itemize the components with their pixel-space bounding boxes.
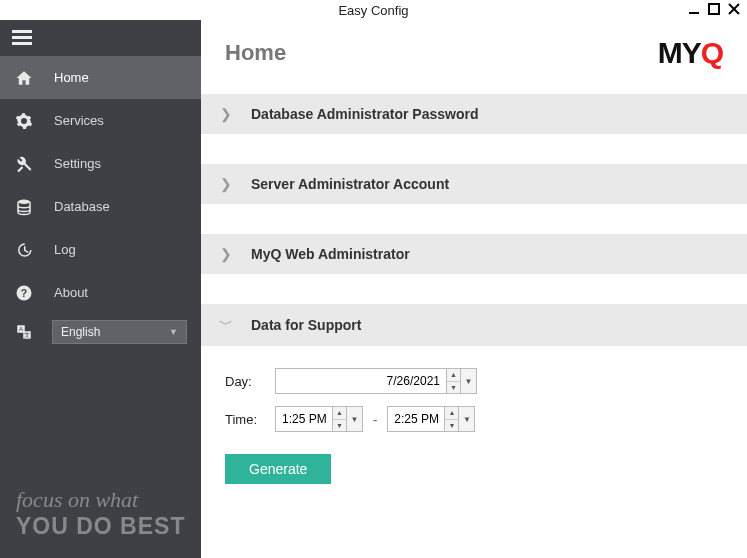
slogan-line1: focus on what bbox=[16, 489, 191, 511]
logo-q: Q bbox=[701, 36, 723, 70]
chevron-right-icon: ❯ bbox=[219, 176, 233, 192]
sidebar-item-home[interactable]: Home bbox=[0, 56, 201, 99]
chevron-down-icon: ▼ bbox=[169, 327, 178, 337]
history-icon bbox=[14, 240, 34, 260]
page-header: Home MYQ bbox=[201, 20, 747, 90]
time-from-dropdown[interactable]: ▼ bbox=[346, 407, 362, 431]
language-select[interactable]: English ▼ bbox=[52, 320, 187, 344]
time-from-input[interactable] bbox=[276, 407, 332, 431]
spin-down-icon[interactable]: ▼ bbox=[445, 420, 458, 432]
sidebar-item-settings[interactable]: Settings bbox=[0, 142, 201, 185]
slogan: focus on what YOU DO BEST bbox=[16, 489, 191, 540]
generate-button[interactable]: Generate bbox=[225, 454, 331, 484]
chevron-right-icon: ❯ bbox=[219, 106, 233, 122]
section-db-admin[interactable]: ❯ Database Administrator Password bbox=[201, 94, 747, 134]
time-to-input[interactable] bbox=[388, 407, 444, 431]
main-content: Home MYQ ❯ Database Administrator Passwo… bbox=[201, 20, 747, 558]
svg-rect-5 bbox=[12, 36, 32, 39]
svg-text:A: A bbox=[19, 326, 23, 332]
section-label: MyQ Web Administrator bbox=[251, 246, 410, 262]
sidebar-item-label: Settings bbox=[54, 156, 101, 171]
spin-up-icon[interactable]: ▲ bbox=[333, 407, 346, 420]
time-from-spinner[interactable]: ▲▼ bbox=[332, 407, 346, 431]
language-row: A文 English ▼ bbox=[0, 314, 201, 350]
day-label: Day: bbox=[225, 374, 265, 389]
section-label: Data for Support bbox=[251, 317, 361, 333]
nav-list: Home Services Settings Database Log ? Ab… bbox=[0, 56, 201, 314]
sidebar-item-label: About bbox=[54, 285, 88, 300]
sidebar: Home Services Settings Database Log ? Ab… bbox=[0, 20, 201, 558]
sidebar-item-label: Home bbox=[54, 70, 89, 85]
spin-up-icon[interactable]: ▲ bbox=[445, 407, 458, 420]
window-controls bbox=[685, 0, 743, 18]
sidebar-item-database[interactable]: Database bbox=[0, 185, 201, 228]
chevron-right-icon: ❯ bbox=[219, 246, 233, 262]
svg-text:?: ? bbox=[21, 286, 27, 298]
time-to-spinner[interactable]: ▲▼ bbox=[444, 407, 458, 431]
sidebar-item-log[interactable]: Log bbox=[0, 228, 201, 271]
sidebar-item-label: Log bbox=[54, 242, 76, 257]
time-separator: - bbox=[373, 412, 377, 427]
svg-rect-4 bbox=[12, 30, 32, 33]
support-panel: Day: ▲▼ ▼ Time: ▲▼ ▼ - bbox=[201, 346, 747, 506]
database-icon bbox=[14, 197, 34, 217]
day-input-group: ▲▼ ▼ bbox=[275, 368, 477, 394]
title-bar: Easy Config bbox=[0, 0, 747, 20]
window-title: Easy Config bbox=[338, 3, 408, 18]
section-label: Database Administrator Password bbox=[251, 106, 478, 122]
translate-icon: A文 bbox=[14, 322, 34, 342]
section-web-admin[interactable]: ❯ MyQ Web Administrator bbox=[201, 234, 747, 274]
time-from-group: ▲▼ ▼ bbox=[275, 406, 363, 432]
spin-down-icon[interactable]: ▼ bbox=[333, 420, 346, 432]
section-label: Server Administrator Account bbox=[251, 176, 449, 192]
chevron-down-icon: ﹀ bbox=[219, 316, 233, 334]
help-icon: ? bbox=[14, 283, 34, 303]
spin-up-icon[interactable]: ▲ bbox=[447, 369, 460, 382]
time-to-group: ▲▼ ▼ bbox=[387, 406, 475, 432]
time-to-dropdown[interactable]: ▼ bbox=[458, 407, 474, 431]
day-input[interactable] bbox=[276, 369, 446, 393]
close-icon[interactable] bbox=[725, 0, 743, 18]
section-server-admin[interactable]: ❯ Server Administrator Account bbox=[201, 164, 747, 204]
sidebar-item-services[interactable]: Services bbox=[0, 99, 201, 142]
time-row: Time: ▲▼ ▼ - ▲▼ ▼ bbox=[225, 406, 723, 432]
home-icon bbox=[14, 68, 34, 88]
gear-icon bbox=[14, 111, 34, 131]
brand-logo: MYQ bbox=[658, 36, 723, 70]
day-dropdown[interactable]: ▼ bbox=[460, 369, 476, 393]
page-title: Home bbox=[225, 40, 286, 66]
day-spinner[interactable]: ▲▼ bbox=[446, 369, 460, 393]
sidebar-item-label: Database bbox=[54, 199, 110, 214]
svg-rect-1 bbox=[709, 4, 719, 14]
hamburger-icon bbox=[12, 30, 32, 46]
section-support[interactable]: ﹀ Data for Support bbox=[201, 304, 747, 346]
slogan-line2: YOU DO BEST bbox=[16, 513, 191, 540]
time-label: Time: bbox=[225, 412, 265, 427]
tools-icon bbox=[14, 154, 34, 174]
spin-down-icon[interactable]: ▼ bbox=[447, 382, 460, 394]
hamburger-button[interactable] bbox=[0, 20, 201, 56]
sidebar-item-label: Services bbox=[54, 113, 104, 128]
svg-text:文: 文 bbox=[24, 331, 30, 338]
minimize-icon[interactable] bbox=[685, 0, 703, 18]
day-row: Day: ▲▼ ▼ bbox=[225, 368, 723, 394]
logo-my: MY bbox=[658, 36, 701, 70]
svg-point-7 bbox=[18, 199, 30, 204]
language-value: English bbox=[61, 325, 100, 339]
svg-rect-6 bbox=[12, 42, 32, 45]
sidebar-item-about[interactable]: ? About bbox=[0, 271, 201, 314]
maximize-icon[interactable] bbox=[705, 0, 723, 18]
